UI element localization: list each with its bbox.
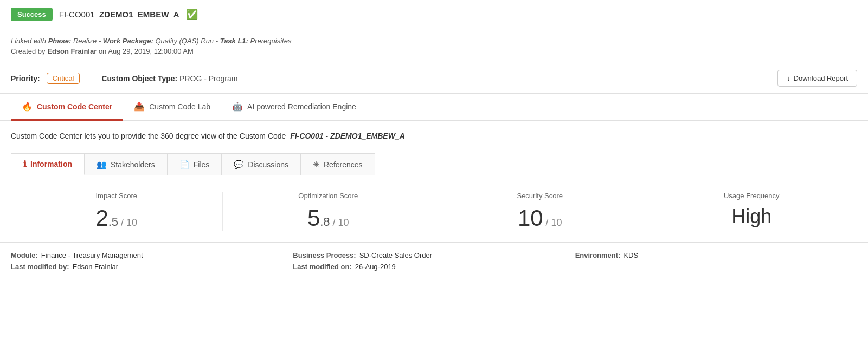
priority-row: Priority: Critical Custom Object Type: P… [0, 63, 868, 94]
subtab-references-label: References [324, 160, 363, 169]
impact-decimal: .5 [108, 215, 118, 229]
optimization-score-label: Optimization Score [223, 192, 434, 200]
information-icon: ℹ [23, 159, 27, 169]
custom-object-label: Custom Object Type: [101, 74, 177, 83]
sub-tabs: ℹ Information 👥 Stakeholders 📄 Files 💬 D… [0, 146, 868, 175]
optimization-score: Optimization Score 5.8 / 10 [223, 192, 435, 231]
custom-object-group: Custom Object Type: PROG - Program [101, 74, 237, 83]
description-code-ref: FI-CO001 - ZDEMO1_EMBEW_A [290, 132, 405, 140]
code-prefix: FI-CO001 [59, 10, 95, 19]
module-value: Finance - Treasury Management [41, 251, 143, 259]
impact-denom: / 10 [118, 217, 137, 228]
environment-value: KDS [623, 251, 638, 259]
subtab-information[interactable]: ℹ Information [11, 153, 85, 175]
security-denom: / 10 [543, 217, 562, 228]
success-badge: Success [11, 8, 53, 21]
usage-frequency-label: Usage Frequency [646, 192, 858, 200]
subtab-discussions[interactable]: 💬 Discussions [221, 153, 301, 175]
security-score-value: 10 / 10 [434, 205, 646, 231]
business-process-value: SD-Create Sales Order [359, 251, 432, 259]
info-group-middle: Business Process: SD-Create Sales Order … [293, 251, 575, 274]
header-bar: Success FI-CO001 ZDEMO1_EMBEW_A ✅ [0, 0, 868, 29]
check-icon: ✅ [186, 9, 198, 21]
subtab-discussions-label: Discussions [248, 160, 288, 169]
main-tabs: 🔥 Custom Code Center 📥 Custom Code Lab 🤖… [0, 94, 868, 121]
last-modified-by-row: Last modified by: Edson Frainlar [11, 263, 293, 271]
tab-custom-code-center-label: Custom Code Center [37, 102, 112, 111]
download-icon: ↓ [787, 74, 790, 82]
optimization-decimal: .8 [320, 215, 330, 229]
optimization-score-value: 5.8 / 10 [223, 205, 434, 231]
workpackage-label: Work Package: [103, 37, 153, 45]
business-process-row: Business Process: SD-Create Sales Order [293, 251, 575, 259]
last-modified-by-value: Edson Frainlar [73, 263, 119, 271]
description-section: Custom Code Center lets you to provide t… [0, 121, 868, 146]
optimization-denom: / 10 [330, 217, 349, 228]
custom-code-center-icon: 🔥 [22, 101, 33, 112]
impact-score-value: 2.5 / 10 [11, 205, 222, 231]
last-modified-by-label: Last modified by: [11, 263, 69, 271]
workpackage-value: Quality (QAS) Run [155, 37, 214, 45]
environment-row: Environment: KDS [575, 251, 857, 259]
created-on: on Aug 29, 2019, 12:00:00 AM [99, 47, 194, 55]
impact-score: Impact Score 2.5 / 10 [11, 192, 223, 231]
download-label: Download Report [794, 74, 848, 82]
task-value: Prerequisites [250, 37, 292, 45]
phase-label: Phase: [48, 37, 72, 45]
code-name: ZDEMO1_EMBEW_A [99, 10, 179, 19]
last-modified-on-value: 26-Aug-2019 [355, 263, 396, 271]
created-label: Created by [11, 47, 46, 55]
module-row: Module: Finance - Treasury Management [11, 251, 293, 259]
discussions-icon: 💬 [234, 160, 244, 169]
linked-label: Linked with [11, 37, 46, 45]
tab-custom-code-center[interactable]: 🔥 Custom Code Center [11, 94, 123, 121]
impact-main: 2 [95, 205, 108, 231]
last-modified-on-row: Last modified on: 26-Aug-2019 [293, 263, 575, 271]
subtab-references[interactable]: ✳ References [300, 153, 375, 175]
custom-object-value: PROG - Program [179, 74, 237, 83]
stakeholders-icon: 👥 [97, 160, 107, 169]
files-icon: 📄 [179, 160, 190, 169]
priority-label: Priority: [11, 74, 40, 83]
business-process-label: Business Process: [293, 251, 356, 259]
phase-value: Realize [73, 37, 97, 45]
usage-frequency: Usage Frequency High [646, 192, 858, 231]
tab-ai-remediation[interactable]: 🤖 AI powered Remediation Engine [221, 94, 367, 121]
created-line: Created by Edson Frainlar on Aug 29, 201… [11, 47, 857, 55]
subtab-stakeholders-label: Stakeholders [111, 160, 155, 169]
last-modified-on-label: Last modified on: [293, 263, 351, 271]
info-group-left: Module: Finance - Treasury Management La… [11, 251, 293, 274]
tab-ai-remediation-label: AI powered Remediation Engine [247, 102, 356, 111]
bottom-info: Module: Finance - Treasury Management La… [0, 243, 868, 283]
tab-custom-code-lab-label: Custom Code Lab [149, 102, 210, 111]
subtab-files[interactable]: 📄 Files [167, 153, 222, 175]
module-label: Module: [11, 251, 38, 259]
priority-value: Critical [47, 73, 80, 84]
download-report-button[interactable]: ↓ Download Report [777, 70, 857, 87]
security-main: 10 [518, 205, 543, 231]
references-icon: ✳ [313, 160, 320, 169]
tab-custom-code-lab[interactable]: 📥 Custom Code Lab [123, 94, 221, 121]
custom-code-lab-icon: 📥 [134, 101, 145, 112]
subtab-information-label: Information [30, 160, 72, 168]
info-group-right: Environment: KDS [575, 251, 857, 274]
impact-score-label: Impact Score [11, 192, 222, 200]
description-text: Custom Code Center lets you to provide t… [11, 132, 286, 140]
meta-section: Linked with Phase: Realize - Work Packag… [0, 29, 868, 63]
header-code: FI-CO001 ZDEMO1_EMBEW_A [59, 10, 179, 19]
scores-section: Impact Score 2.5 / 10 Optimization Score… [0, 175, 868, 243]
task-label: Task L1: [220, 37, 248, 45]
security-score: Security Score 10 / 10 [434, 192, 646, 231]
subtab-files-label: Files [194, 160, 210, 169]
ai-remediation-icon: 🤖 [232, 101, 243, 112]
priority-group: Priority: Critical [11, 73, 80, 84]
usage-frequency-value: High [646, 205, 858, 228]
linked-with-line: Linked with Phase: Realize - Work Packag… [11, 37, 857, 45]
security-score-label: Security Score [434, 192, 646, 200]
optimization-main: 5 [307, 205, 320, 231]
environment-label: Environment: [575, 251, 621, 259]
subtab-stakeholders[interactable]: 👥 Stakeholders [84, 153, 168, 175]
created-by: Edson Frainlar [47, 47, 97, 55]
